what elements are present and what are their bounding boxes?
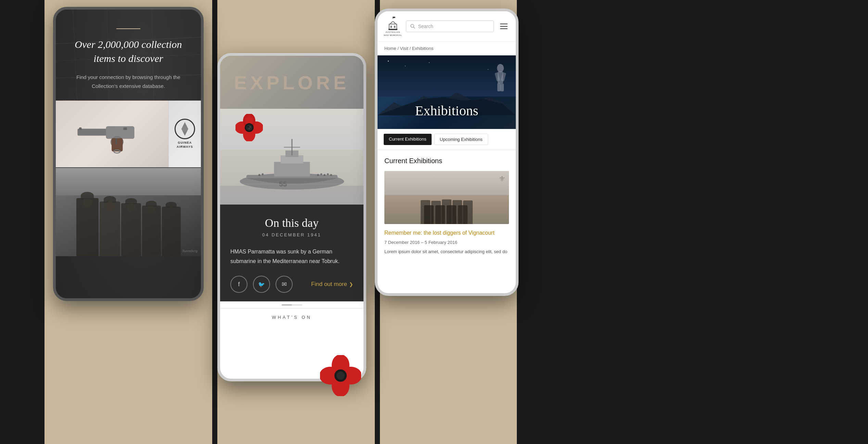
twitter-button[interactable]: 🐦	[253, 276, 270, 293]
exhibition-title-link[interactable]: Remember me: the lost diggers of Vignaco…	[384, 229, 509, 237]
email-icon: ✉	[282, 280, 287, 288]
facebook-button[interactable]: f	[230, 276, 247, 293]
hero-section: Exhibitions	[378, 55, 516, 129]
scroll-thumb	[282, 304, 292, 305]
exhibition-image: ⚜	[384, 171, 509, 224]
black-divider-1	[212, 0, 217, 444]
badge-logo-svg	[176, 120, 193, 138]
svg-point-42	[249, 128, 250, 129]
facebook-icon: f	[238, 281, 240, 288]
svg-rect-14	[115, 138, 117, 144]
logo-svg	[386, 16, 399, 30]
hero-title: Exhibitions	[415, 103, 478, 119]
soldiers-image: Nuremberg	[56, 167, 201, 256]
soldiers-row	[56, 188, 201, 256]
svg-point-31	[330, 174, 332, 176]
twitter-icon: 🐦	[258, 281, 265, 288]
figure-f3	[447, 205, 456, 224]
soldier-3-mask	[127, 203, 135, 212]
find-out-more-button[interactable]: Find out more ❯	[311, 281, 353, 288]
svg-text:55: 55	[279, 180, 287, 187]
phone-left-heading: Over 2,000,000 collection items to disco…	[68, 38, 189, 65]
soldier-2	[100, 201, 120, 256]
svg-rect-52	[388, 29, 397, 30]
soldier-5-mask	[167, 207, 175, 215]
building-bg	[384, 171, 509, 195]
upcoming-exhibitions-tab[interactable]: Upcoming Exhibitions	[434, 134, 488, 145]
svg-point-39	[246, 125, 252, 131]
svg-point-55	[411, 24, 414, 27]
scroll-track	[282, 304, 302, 305]
whats-on-section: WHAT'S ON	[220, 308, 363, 326]
phone-center-content: On this day 04 DECEMBER 1941 HMAS Parram…	[220, 205, 363, 301]
explore-label: EXPLORE	[234, 71, 350, 93]
group-figures	[421, 199, 473, 224]
figure-f1	[424, 205, 434, 224]
soldier-3	[121, 203, 141, 256]
current-exhibitions-tab[interactable]: Current Exhibitions	[384, 134, 432, 145]
soldier-1	[76, 198, 99, 256]
email-button[interactable]: ✉	[276, 276, 293, 293]
svg-rect-54	[394, 26, 396, 28]
watermark: Nuremberg	[182, 249, 197, 253]
search-icon	[410, 24, 415, 29]
on-this-day-title: On this day	[230, 217, 353, 230]
search-placeholder: Search	[418, 24, 433, 29]
phone-right: AUSTRALIAN WAR MEMORIAL Search Home / Vi…	[375, 9, 519, 296]
on-this-day-description: HMAS Parramatta was sunk by a German sub…	[230, 247, 353, 266]
soldier-4-mask	[147, 206, 155, 214]
hamburger-line-3	[500, 28, 508, 29]
svg-point-28	[320, 173, 322, 175]
badge-image: GUINEA AIRWAYS	[168, 101, 201, 167]
svg-rect-12	[123, 127, 127, 130]
phone-left-image-row: GUINEA AIRWAYS	[56, 101, 201, 167]
svg-point-25	[258, 174, 260, 176]
svg-point-26	[261, 173, 264, 175]
badge-text: GUINEA AIRWAYS	[172, 141, 197, 149]
hamburger-line-2	[500, 26, 508, 27]
photo-corner: ⚜	[499, 174, 506, 183]
poppy-bottom-right	[320, 355, 361, 396]
svg-point-29	[323, 174, 326, 176]
exhibition-dates: 7 December 2016 – 5 February 2016	[384, 240, 509, 245]
figure-f2	[435, 205, 445, 224]
social-actions-row: f 🐦 ✉ Find out more ❯	[230, 276, 353, 293]
gun-svg	[71, 114, 153, 155]
logo-text-top: AUSTRALIAN	[385, 31, 400, 34]
exhibition-excerpt: Lorem ipsum dolor sit amet, consectetur …	[384, 248, 509, 256]
ship-image: 55	[220, 109, 363, 205]
phone-left-subtext: Find your connection by browsing through…	[68, 73, 189, 90]
svg-rect-51	[393, 17, 395, 18]
phone-right-nav: AUSTRALIAN WAR MEMORIAL Search	[378, 11, 516, 42]
hero-soldier-silhouette	[494, 64, 507, 93]
svg-line-56	[413, 27, 415, 28]
badge-circle	[175, 119, 195, 139]
svg-rect-61	[497, 83, 501, 91]
figure-f4	[458, 205, 468, 224]
hamburger-button[interactable]	[498, 22, 510, 31]
svg-rect-62	[500, 83, 504, 91]
phone-left-header: Over 2,000,000 collection items to disco…	[56, 10, 201, 101]
find-out-more-label: Find out more	[311, 281, 347, 288]
svg-point-40	[247, 126, 249, 127]
soldier-1-mask	[82, 197, 92, 207]
svg-point-16	[182, 126, 188, 132]
on-this-day-date: 04 DECEMBER 1941	[230, 232, 353, 237]
svg-point-27	[317, 174, 319, 176]
header-divider	[116, 28, 140, 29]
current-exhibitions-title: Current Exhibitions	[384, 157, 509, 165]
war-memorial-logo: AUSTRALIAN WAR MEMORIAL	[384, 16, 402, 37]
search-box[interactable]: Search	[406, 21, 494, 32]
poppy-center-overlay	[235, 114, 263, 141]
hamburger-line-1	[500, 24, 508, 24]
soldier-5	[162, 207, 181, 256]
soldier-4	[142, 206, 161, 256]
exhibitions-tabs: Current Exhibitions Upcoming Exhibitions	[378, 129, 516, 150]
breadcrumb: Home / Visit / Exhibitions	[378, 42, 516, 55]
whats-on-label: WHAT'S ON	[227, 315, 357, 320]
phone-center-top: EXPLORE	[220, 56, 363, 109]
phone-center: EXPLORE 55	[217, 53, 366, 381]
chevron-right-icon: ❯	[349, 282, 353, 287]
svg-point-57	[497, 64, 504, 72]
logo-text-bottom: WAR MEMORIAL	[384, 34, 402, 37]
